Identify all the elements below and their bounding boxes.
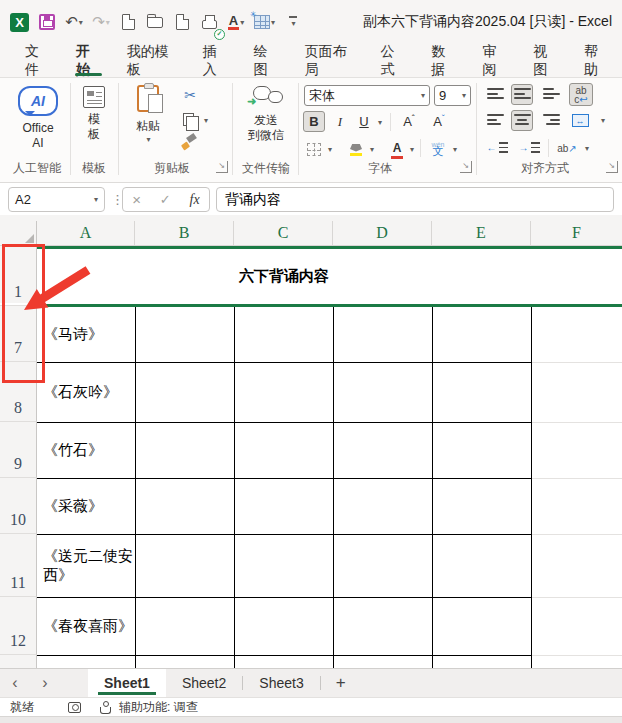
tab-insert[interactable]: 插入 xyxy=(190,44,241,77)
align-left-button[interactable] xyxy=(484,110,506,131)
row-header-9[interactable]: 9 xyxy=(0,422,37,478)
cut-button[interactable]: ✂ xyxy=(180,86,200,104)
clipboard-dialog-launcher[interactable]: ↘ xyxy=(216,161,228,173)
new-file-icon xyxy=(122,14,135,30)
insert-function-button[interactable]: fx xyxy=(190,192,200,208)
group-label-alignment: 对齐方式 xyxy=(500,160,590,177)
align-middle-icon xyxy=(514,88,531,101)
tab-view[interactable]: 视图 xyxy=(520,44,571,77)
tab-page-layout[interactable]: 页面布局 xyxy=(292,44,368,77)
cell-a12[interactable]: 《春夜喜雨》 xyxy=(43,597,135,655)
align-center-button[interactable] xyxy=(511,110,533,131)
macro-record-icon[interactable] xyxy=(68,702,81,713)
row-header-13-partial[interactable] xyxy=(0,655,37,668)
underline-button[interactable]: U xyxy=(353,111,375,132)
tab-my-templates[interactable]: 我的模板 xyxy=(114,44,190,77)
quick-print-button[interactable]: ✓ xyxy=(198,9,220,35)
sheet-prev-button[interactable]: ‹ xyxy=(0,669,30,697)
cell-a8[interactable]: 《石灰吟》 xyxy=(43,362,135,422)
sheet-tab-sheet3[interactable]: Sheet3 xyxy=(243,669,319,697)
chevron-down-icon[interactable]: ▾ xyxy=(204,116,208,125)
more-commands-button[interactable]: ▾ xyxy=(282,9,304,35)
save-button[interactable] xyxy=(36,9,58,35)
chevron-down-icon[interactable]: ▾ xyxy=(585,144,589,153)
cancel-button[interactable]: × xyxy=(132,191,141,208)
font-size-combobox[interactable]: 9▾ xyxy=(434,85,471,106)
row-header-10[interactable]: 10 xyxy=(0,478,37,534)
office-ai-button[interactable]: AI Office AI xyxy=(10,86,66,151)
new-file-button[interactable] xyxy=(117,9,139,35)
chevron-down-icon[interactable]: ▾ xyxy=(370,145,374,154)
borders-button[interactable] xyxy=(303,139,325,160)
chevron-down-icon[interactable]: ▾ xyxy=(378,118,382,127)
merge-center-button[interactable]: ↔ xyxy=(569,110,591,131)
accessibility-status[interactable]: 辅助功能: 调查 xyxy=(119,699,198,716)
wrap-text-button[interactable]: ab c↩ xyxy=(569,83,593,106)
undo-button[interactable]: ↶▾ xyxy=(63,9,85,35)
formula-input[interactable]: 背诵内容 xyxy=(216,187,614,212)
enter-button[interactable]: ✓ xyxy=(160,192,171,207)
chevron-down-icon[interactable]: ▾ xyxy=(453,145,457,154)
window-title: 副本六下背诵内容2025.04 [只读] - Excel xyxy=(363,13,612,31)
align-middle-button[interactable] xyxy=(511,84,533,105)
ribbon: AI Office AI 人工智能 模 板 模板 粘贴 ▾ ✂ ▾ 剪贴板 ↘ … xyxy=(0,78,622,183)
column-header-c[interactable]: C xyxy=(234,221,333,246)
ribbon-tab-bar: 文件 开始 我的模板 插入 绘图 页面布局 公式 数据 审阅 视图 帮助 xyxy=(0,44,622,78)
sheet-tab-sheet2[interactable]: Sheet2 xyxy=(166,669,242,697)
add-sheet-button[interactable]: + xyxy=(321,669,361,697)
tab-draw[interactable]: 绘图 xyxy=(241,44,292,77)
column-header-e[interactable]: E xyxy=(432,221,531,246)
sheet-next-button[interactable]: › xyxy=(30,669,60,697)
decrease-indent-button[interactable]: ← xyxy=(484,137,510,158)
decrease-indent-icon: ← xyxy=(487,142,508,153)
increase-indent-button[interactable]: → xyxy=(516,137,542,158)
table-style-button[interactable]: ▾ xyxy=(252,9,277,35)
align-top-button[interactable] xyxy=(484,84,506,105)
excel-logo-icon[interactable]: X xyxy=(8,9,31,35)
print-preview-button[interactable] xyxy=(171,9,193,35)
format-painter-button[interactable] xyxy=(181,134,197,150)
redo-button[interactable]: ↷▾ xyxy=(90,9,112,35)
bold-button[interactable]: B xyxy=(303,111,325,132)
column-header-b[interactable]: B xyxy=(135,221,234,246)
open-folder-icon xyxy=(147,17,163,28)
open-button[interactable] xyxy=(144,9,166,35)
send-to-wechat-button[interactable]: ➜ 发送 到微信 xyxy=(240,86,292,143)
tab-formulas[interactable]: 公式 xyxy=(367,44,418,77)
print-preview-icon xyxy=(176,14,189,30)
column-header-d[interactable]: D xyxy=(333,221,432,246)
tab-help[interactable]: 帮助 xyxy=(571,44,622,77)
paste-button[interactable]: 粘贴 ▾ xyxy=(126,85,170,144)
font-color-icon: A xyxy=(228,15,239,30)
italic-button[interactable]: I xyxy=(329,111,351,132)
chevron-down-icon[interactable]: ▾ xyxy=(601,116,605,125)
tab-data[interactable]: 数据 xyxy=(418,44,469,77)
phonetic-guide-button[interactable]: wén 文 xyxy=(427,137,449,158)
grow-font-button[interactable]: Aˆ xyxy=(398,111,420,132)
template-button[interactable]: 模 板 xyxy=(78,86,110,142)
name-box[interactable]: A2 ▾ xyxy=(8,187,105,212)
cell-a11[interactable]: 《送元二使安西》 xyxy=(43,534,136,597)
chevron-down-icon[interactable]: ▾ xyxy=(328,145,332,154)
tab-file[interactable]: 文件 xyxy=(12,44,63,77)
tab-review[interactable]: 审阅 xyxy=(469,44,520,77)
sheet-tab-sheet1[interactable]: Sheet1 xyxy=(88,669,166,697)
orientation-button[interactable]: ab↗ xyxy=(554,137,580,158)
align-bottom-button[interactable] xyxy=(540,84,562,105)
copy-button[interactable] xyxy=(180,110,196,128)
chevron-down-icon[interactable]: ▾ xyxy=(410,145,414,154)
shrink-font-button[interactable]: Aˇ xyxy=(428,111,450,132)
column-header-f[interactable]: F xyxy=(531,221,622,246)
cell-a10[interactable]: 《采薇》 xyxy=(43,478,135,534)
font-name-combobox[interactable]: 宋体▾ xyxy=(304,85,430,106)
font-color-button-ribbon[interactable]: A xyxy=(386,139,408,160)
cell-a9[interactable]: 《竹石》 xyxy=(43,422,135,478)
align-right-button[interactable] xyxy=(540,110,562,131)
alignment-dialog-launcher[interactable]: ↘ xyxy=(606,161,618,173)
tab-home[interactable]: 开始 xyxy=(63,44,114,77)
font-color-button[interactable]: A▾ xyxy=(225,9,247,35)
font-dialog-launcher[interactable]: ↘ xyxy=(460,161,472,173)
row-header-11[interactable]: 11 xyxy=(0,534,37,597)
fill-color-button[interactable] xyxy=(345,139,367,160)
row-header-12[interactable]: 12 xyxy=(0,597,37,655)
